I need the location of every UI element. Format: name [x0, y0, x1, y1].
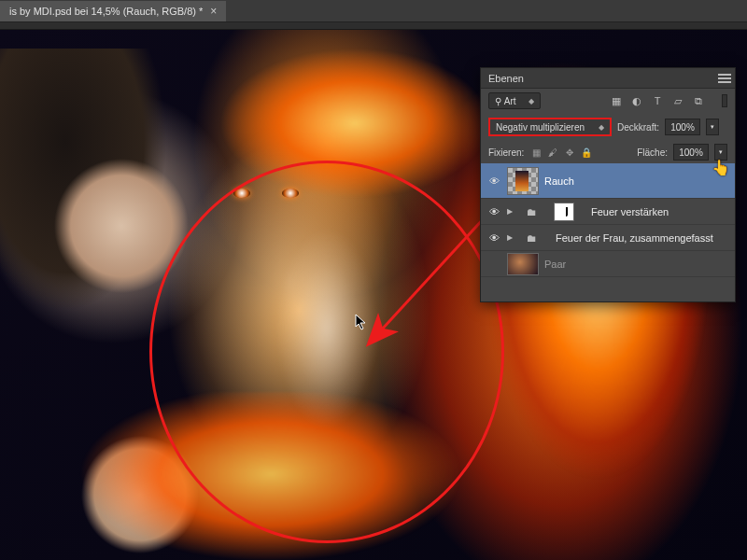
- panel-menu-icon[interactable]: [718, 72, 731, 85]
- panel-title: Ebenen: [488, 73, 524, 84]
- blend-opacity-row: Negativ multiplizieren ◆ Deckkraft: 100%…: [481, 113, 735, 141]
- filter-shape-icon[interactable]: ▱: [669, 92, 686, 109]
- filter-type-label: Art: [504, 96, 516, 106]
- layer-name[interactable]: Feuer verstärken: [591, 206, 669, 217]
- filter-toggle[interactable]: [722, 94, 727, 107]
- filter-image-icon[interactable]: ▦: [608, 92, 625, 109]
- folder-icon: 🖿: [524, 205, 539, 218]
- chevron-icon: ◆: [529, 97, 534, 105]
- panel-header[interactable]: Ebenen: [481, 68, 735, 89]
- lock-position-icon[interactable]: ✥: [563, 146, 576, 159]
- layer-name[interactable]: Rauch: [544, 175, 574, 187]
- opacity-label: Deckkraft:: [617, 122, 659, 133]
- layers-panel: Ebenen ⚲ Art ◆ ▦ ◐ T ▱ ⧉ Negativ multipl…: [480, 67, 736, 302]
- disclosure-icon[interactable]: ▶: [507, 233, 518, 242]
- lock-label: Fixieren:: [488, 147, 524, 158]
- layer-row[interactable]: 👁 Rauch: [481, 163, 735, 199]
- layer-filter-row: ⚲ Art ◆ ▦ ◐ T ▱ ⧉: [481, 89, 735, 113]
- visibility-toggle[interactable]: 👁: [486, 206, 501, 217]
- document-tab-title: is by MDI.psd bei 14,5% (Rauch, RGB/8) *: [9, 6, 203, 17]
- layer-list: 👁 Rauch 👁 ▶ 🖿 Feuer verstärken 👁 ▶ 🖿 Feu…: [481, 163, 735, 277]
- fill-input[interactable]: 100%: [673, 144, 709, 161]
- filter-type-select[interactable]: ⚲ Art ◆: [488, 92, 541, 109]
- opacity-dropdown[interactable]: ▾: [706, 119, 719, 135]
- annotation-ellipse: [149, 161, 504, 543]
- document-tab[interactable]: is by MDI.psd bei 14,5% (Rauch, RGB/8) *…: [0, 1, 226, 21]
- visibility-toggle[interactable]: 👁: [486, 175, 501, 187]
- layer-row[interactable]: 👁 ▶ 🖿 Feuer der Frau, zusammengefasst: [481, 225, 735, 251]
- disclosure-icon[interactable]: ▶: [507, 207, 518, 216]
- document-tab-bar: is by MDI.psd bei 14,5% (Rauch, RGB/8) *…: [0, 0, 747, 22]
- layer-thumb[interactable]: [507, 167, 539, 195]
- layer-row[interactable]: Paar: [481, 251, 735, 277]
- close-icon[interactable]: ×: [210, 5, 217, 18]
- visibility-toggle[interactable]: 👁: [486, 232, 501, 244]
- filter-smart-icon[interactable]: ⧉: [690, 92, 707, 109]
- opacity-input[interactable]: 100%: [665, 119, 700, 135]
- blend-mode-select[interactable]: Negativ multiplizieren ◆: [490, 119, 610, 134]
- layer-row[interactable]: 👁 ▶ 🖿 Feuer verstärken: [481, 199, 735, 225]
- folder-icon: 🖿: [524, 231, 539, 245]
- lock-paint-icon[interactable]: 🖌: [546, 146, 559, 159]
- chevron-icon: ◆: [599, 123, 604, 132]
- layer-name[interactable]: Feuer der Frau, zusammengefasst: [556, 232, 713, 244]
- blend-mode-value: Negativ multiplizieren: [496, 122, 585, 133]
- fill-label: Fläche:: [637, 147, 668, 158]
- lock-all-icon[interactable]: 🔒: [580, 146, 593, 159]
- filter-type-icon[interactable]: T: [649, 92, 666, 109]
- blend-mode-highlight: Negativ multiplizieren ◆: [488, 118, 612, 136]
- layer-thumb[interactable]: [507, 253, 539, 275]
- filter-adjustment-icon[interactable]: ◐: [628, 92, 645, 109]
- hand-cursor-icon: 👆: [712, 159, 730, 176]
- lock-fill-row: Fixieren: ▦ 🖌 ✥ 🔒 Fläche: 100% ▾: [481, 141, 735, 163]
- options-bar-strip: [0, 22, 747, 30]
- layer-mask-thumb[interactable]: [554, 203, 574, 221]
- mouse-cursor-icon: [355, 314, 368, 330]
- lock-transparency-icon[interactable]: ▦: [529, 146, 543, 159]
- layer-name[interactable]: Paar: [544, 259, 566, 270]
